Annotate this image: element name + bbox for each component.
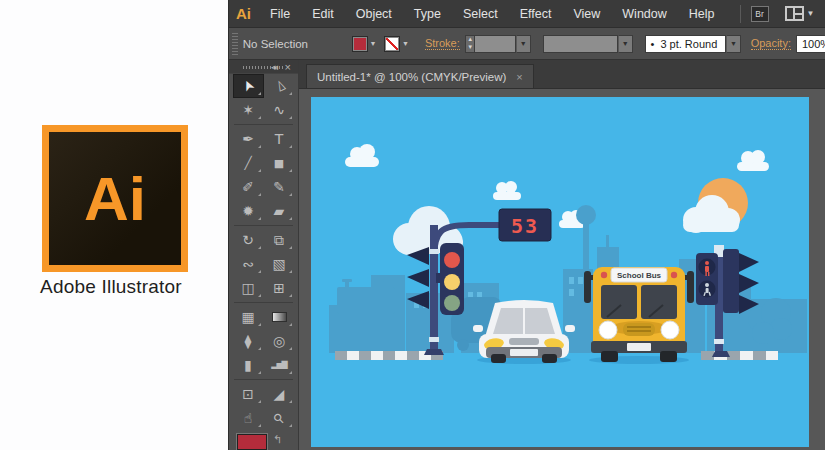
bus-sign-text: School Bus bbox=[617, 271, 662, 280]
tools-panel: ◂◂ × ➤▻✶∿✒T╱■✐✎✹▰↻⧉∾▧◫⊞▦▭⧫◎▮▂▅▇⊡◢☝⚲ ↰ bbox=[229, 60, 299, 450]
bridge-button[interactable]: Br bbox=[751, 6, 769, 22]
artboard-canvas[interactable]: 53 bbox=[311, 97, 809, 447]
panel-grip-dots[interactable] bbox=[243, 66, 283, 69]
pencil-tool[interactable]: ✎ bbox=[264, 175, 295, 199]
variable-width-profile-field[interactable] bbox=[543, 35, 618, 53]
gradient-tool[interactable]: ▭ bbox=[264, 305, 295, 329]
scale-tool[interactable]: ⧉ bbox=[264, 228, 295, 252]
opacity-label[interactable]: Opacity: bbox=[751, 37, 791, 50]
brush-bullet-icon: • bbox=[651, 38, 655, 50]
panel-grip[interactable] bbox=[232, 33, 238, 55]
toolbar-fill-swatch[interactable] bbox=[237, 434, 267, 450]
mesh-tool[interactable]: ▦ bbox=[233, 305, 264, 329]
chevron-down-icon[interactable]: ▼ bbox=[402, 40, 409, 47]
menu-item-effect[interactable]: Effect bbox=[509, 0, 563, 28]
crosswalk-right[interactable] bbox=[701, 351, 778, 360]
side-mirror bbox=[473, 325, 483, 332]
menu-item-type[interactable]: Type bbox=[403, 0, 452, 28]
document-area: Untitled-1* @ 100% (CMYK/Preview) × bbox=[299, 60, 825, 450]
tools-divider bbox=[234, 379, 293, 380]
magic-wand-tool[interactable]: ✶ bbox=[233, 98, 264, 122]
license-plate bbox=[627, 343, 651, 351]
workspace-switcher-button[interactable]: ▼ bbox=[785, 6, 815, 21]
illustrator-window: Ai FileEditObjectTypeSelectEffectViewWin… bbox=[228, 0, 825, 450]
slice-tool[interactable]: ◢ bbox=[264, 382, 295, 406]
workspace-content: ◂◂ × ➤▻✶∿✒T╱■✐✎✹▰↻⧉∾▧◫⊞▦▭⧫◎▮▂▅▇⊡◢☝⚲ ↰ Un… bbox=[229, 60, 825, 450]
fill-stroke-controls: ↰ bbox=[237, 434, 298, 450]
selection-tool[interactable]: ➤ bbox=[233, 74, 264, 98]
width-tool[interactable]: ∾ bbox=[233, 252, 264, 276]
pasteboard[interactable]: 53 bbox=[299, 88, 825, 450]
shape-builder-tool[interactable]: ◫ bbox=[233, 276, 264, 300]
stepper-down-icon[interactable]: ▼ bbox=[467, 44, 473, 51]
close-panel-icon[interactable]: × bbox=[285, 61, 291, 73]
blob-brush-tool[interactable]: ✹ bbox=[233, 199, 264, 223]
brush-definition-field[interactable]: • 3 pt. Round bbox=[645, 35, 727, 53]
headlight bbox=[661, 321, 679, 339]
chevron-down-icon[interactable]: ▼ bbox=[370, 40, 377, 47]
tools-divider bbox=[234, 302, 293, 303]
stroke-color-swatch[interactable] bbox=[384, 36, 400, 52]
chevron-down-icon: ▼ bbox=[807, 9, 815, 18]
grille bbox=[623, 323, 655, 336]
brush-dropdown-button[interactable]: ▼ bbox=[726, 35, 741, 53]
signal-pole bbox=[430, 225, 438, 355]
menu-item-select[interactable]: Select bbox=[452, 0, 509, 28]
stroke-weight-field[interactable] bbox=[475, 35, 516, 53]
eraser-tool[interactable]: ▰ bbox=[264, 199, 295, 223]
left-promo-panel: Ai Adobe Illustrator bbox=[0, 0, 228, 450]
perspective-grid-tool[interactable]: ⊞ bbox=[264, 276, 295, 300]
green-light bbox=[444, 295, 460, 311]
symbol-sprayer-tool[interactable]: ▮ bbox=[233, 353, 264, 377]
wheel bbox=[601, 351, 618, 362]
rotate-tool[interactable]: ↻ bbox=[233, 228, 264, 252]
tools-panel-header: ◂◂ × bbox=[229, 60, 298, 74]
license-plate bbox=[510, 349, 538, 356]
pen-tool[interactable]: ✒ bbox=[233, 127, 264, 151]
menu-bar: Ai FileEditObjectTypeSelectEffectViewWin… bbox=[229, 0, 825, 28]
rectangle-tool[interactable]: ■ bbox=[264, 151, 295, 175]
stroke-weight-dropdown-button[interactable]: ▼ bbox=[516, 35, 531, 53]
paintbrush-tool[interactable]: ✐ bbox=[233, 175, 264, 199]
free-transform-tool[interactable]: ▧ bbox=[264, 252, 295, 276]
blend-tool[interactable]: ◎ bbox=[264, 329, 295, 353]
fill-color-swatch[interactable] bbox=[352, 36, 368, 52]
school-bus[interactable]: School Bus bbox=[584, 267, 694, 364]
app-menu-icon[interactable]: Ai bbox=[236, 5, 251, 22]
workspace-layout-icon bbox=[785, 6, 804, 21]
tab-close-icon[interactable]: × bbox=[516, 71, 522, 83]
lasso-tool[interactable]: ∿ bbox=[264, 98, 295, 122]
artboard-tool[interactable]: ⊡ bbox=[233, 382, 264, 406]
wheel bbox=[542, 354, 557, 363]
bus-windshield bbox=[641, 285, 677, 319]
direct-selection-tool[interactable]: ▻ bbox=[264, 74, 295, 98]
red-light bbox=[444, 252, 460, 268]
opacity-field[interactable]: 100% bbox=[796, 35, 825, 53]
countdown-digits: 53 bbox=[511, 214, 539, 238]
variable-width-dropdown-button[interactable]: ▼ bbox=[618, 35, 633, 53]
stroke-label[interactable]: Stroke: bbox=[425, 37, 460, 50]
menu-item-edit[interactable]: Edit bbox=[301, 0, 345, 28]
swap-fill-stroke-icon[interactable]: ↰ bbox=[273, 434, 282, 445]
countdown-display[interactable]: 53 bbox=[499, 209, 551, 241]
menu-item-help[interactable]: Help bbox=[678, 0, 726, 28]
column-graph-tool[interactable]: ▂▅▇ bbox=[264, 353, 295, 377]
eyedropper-tool[interactable]: ⧫ bbox=[233, 329, 264, 353]
stroke-weight-stepper[interactable]: ▲ ▼ bbox=[465, 35, 476, 53]
bus-windshield bbox=[601, 285, 637, 319]
hand-tool[interactable]: ☝ bbox=[233, 406, 264, 430]
document-tab[interactable]: Untitled-1* @ 100% (CMYK/Preview) × bbox=[306, 64, 534, 88]
stepper-up-icon[interactable]: ▲ bbox=[467, 36, 473, 43]
side-mirror bbox=[565, 325, 575, 332]
menu-item-file[interactable]: File bbox=[259, 0, 301, 28]
menu-item-object[interactable]: Object bbox=[345, 0, 403, 28]
line-segment-tool[interactable]: ╱ bbox=[233, 151, 264, 175]
selection-status: No Selection bbox=[243, 38, 308, 50]
adobe-illustrator-logo: Ai bbox=[42, 125, 188, 272]
menu-item-window[interactable]: Window bbox=[611, 0, 677, 28]
menu-item-view[interactable]: View bbox=[562, 0, 611, 28]
zoom-tool[interactable]: ⚲ bbox=[264, 406, 295, 430]
bus-mirror bbox=[584, 271, 591, 303]
headlight bbox=[599, 321, 617, 339]
type-tool[interactable]: T bbox=[264, 127, 295, 151]
